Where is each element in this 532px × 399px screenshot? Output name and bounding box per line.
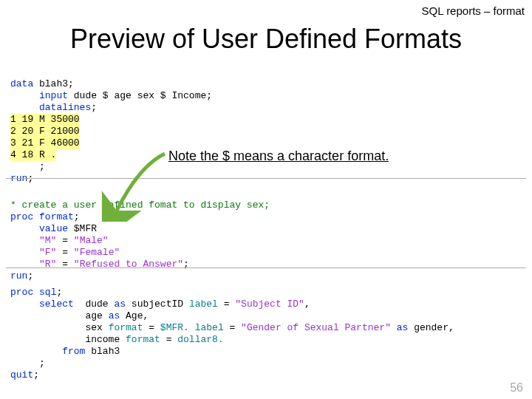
eq: = — [143, 322, 160, 333]
str: "Gender of Sexual Partner" — [241, 322, 391, 333]
semi: ; — [10, 358, 45, 369]
sp — [33, 211, 39, 222]
txt: blah3 — [85, 346, 120, 357]
eq: = — [160, 334, 177, 345]
kw-as: as — [114, 299, 126, 310]
header-breadcrumb: SQL reports – format — [422, 4, 525, 17]
kw-value: value — [10, 223, 68, 234]
str: "Subject ID" — [235, 299, 304, 310]
kw-as: as — [397, 322, 409, 333]
opt-label: label — [189, 299, 218, 310]
kw-as: as — [109, 310, 120, 321]
dataline-2: 2 20 F 21000 — [10, 126, 80, 137]
txt: gender, — [408, 322, 454, 333]
opt-format: format — [126, 334, 160, 345]
divider — [6, 267, 526, 268]
kw-data: data — [10, 78, 33, 89]
txt: ; — [10, 161, 45, 172]
str: "M" — [10, 235, 56, 246]
dataline-3: 3 21 F 46000 — [10, 137, 80, 149]
txt: sex — [10, 322, 109, 333]
kw-select: select — [10, 299, 74, 310]
fmt-dollar: dollar8. — [177, 334, 223, 345]
semi: ; — [56, 287, 62, 298]
semi: ; — [33, 369, 39, 381]
opt-label: label — [195, 322, 224, 333]
fmt-name: $MFR — [68, 223, 97, 234]
kw-quit: quit — [10, 369, 33, 381]
code-block-proc-sql: proc sql; select dude as subjectID label… — [10, 275, 454, 381]
divider — [6, 178, 526, 179]
txt: Age, — [120, 310, 149, 321]
sp — [189, 322, 195, 333]
sp — [391, 322, 397, 333]
semi: ; — [91, 102, 97, 113]
txt: age — [10, 310, 109, 321]
eq: = — [56, 247, 73, 258]
kw-datalines: datalines — [10, 102, 91, 113]
page-title: Preview of User Defined Formats — [0, 24, 532, 55]
comment: * create a user defined fomat to display… — [10, 200, 270, 211]
dataline-1: 1 19 M 35000 — [10, 114, 80, 126]
page-number: 56 — [510, 381, 523, 395]
str: "Male" — [74, 235, 109, 246]
txt: dude — [74, 299, 115, 310]
fmt-ref: $MFR. — [160, 322, 189, 333]
kw-from: from — [10, 346, 85, 357]
dataline-4: 4 18 R . — [10, 149, 56, 161]
sp — [33, 287, 39, 298]
kw-proc: proc — [10, 211, 33, 222]
kw-format: format — [39, 211, 74, 222]
str: "F" — [10, 247, 56, 258]
txt: subjectID — [126, 299, 189, 310]
comma: , — [304, 299, 310, 310]
eq: = — [224, 322, 241, 333]
kw-proc: proc — [10, 287, 33, 298]
txt: blah3; — [33, 78, 74, 89]
eq: = — [218, 299, 235, 310]
code-block-data-step: data blah3; input dude $ age sex $ Incom… — [10, 66, 212, 185]
semi: ; — [74, 211, 80, 222]
txt: dude $ age sex $ Income; — [68, 90, 212, 101]
annotation-note: Note the $ means a character format. — [168, 149, 389, 164]
txt: income — [10, 334, 126, 345]
eq: = — [56, 235, 73, 246]
str: "Female" — [74, 247, 120, 258]
opt-format: format — [109, 322, 143, 333]
kw-input: input — [10, 90, 68, 101]
kw-sql: sql — [39, 287, 56, 298]
